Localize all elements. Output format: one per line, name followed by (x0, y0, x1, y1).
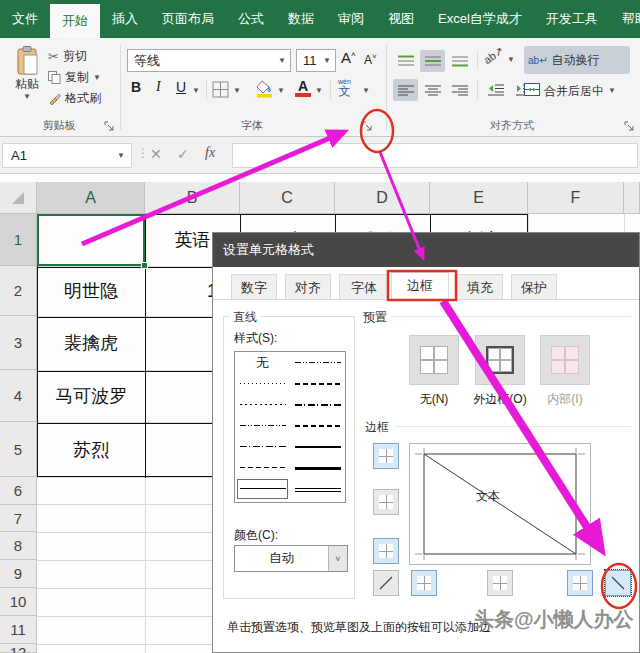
font-color-button[interactable]: A (295, 79, 311, 97)
align-right-button[interactable] (447, 79, 472, 101)
row-header-10[interactable]: 10 (0, 588, 37, 616)
cell-A3[interactable]: 裴擒虎 (37, 316, 145, 370)
underline-dropdown[interactable]: ▼ (192, 87, 200, 95)
row-header-4[interactable]: 4 (0, 370, 37, 422)
chevron-down-icon[interactable]: ˅ (328, 546, 347, 571)
format-painter-button[interactable]: 格式刷 (48, 90, 101, 107)
line-style-item-selected[interactable] (237, 479, 288, 499)
tab-data[interactable]: 数据 (276, 0, 326, 38)
row-header-7[interactable]: 7 (0, 505, 37, 532)
col-header-F[interactable]: F (528, 182, 624, 214)
border-diagonal-up-button[interactable] (373, 570, 399, 596)
col-header-D[interactable]: D (335, 182, 430, 214)
border-diagonal-down-button[interactable] (605, 570, 631, 596)
row-header-6[interactable]: 6 (0, 477, 37, 505)
alignment-dialog-launcher[interactable] (624, 118, 636, 130)
row-header-5[interactable]: 5 (0, 422, 37, 477)
orientation-dropdown[interactable]: ▼ (507, 56, 515, 64)
line-style-item[interactable] (290, 457, 345, 478)
tab-developer[interactable]: 开发工具 (534, 0, 610, 38)
row-header-3[interactable]: 3 (0, 316, 37, 370)
underline-button[interactable]: U (176, 79, 186, 95)
align-middle-button[interactable] (420, 50, 445, 72)
row-header-2[interactable]: 2 (0, 266, 37, 316)
formula-bar-handle[interactable]: ⋮ (137, 146, 149, 160)
cell-A2[interactable]: 明世隐 (37, 266, 145, 316)
border-bottom-button[interactable] (373, 538, 399, 564)
dialog-tab-font[interactable]: 字体 (339, 274, 389, 300)
line-style-item[interactable] (290, 415, 345, 436)
align-left-button[interactable] (393, 79, 418, 101)
selected-cell-A1[interactable] (37, 214, 145, 266)
cell-A4[interactable]: 马可波罗 (37, 370, 145, 422)
wrap-text-button[interactable]: ab↵ 自动换行 (524, 46, 630, 74)
dialog-tab-number[interactable]: 数字 (231, 274, 277, 300)
tab-page-layout[interactable]: 页面布局 (150, 0, 226, 38)
line-style-item[interactable] (290, 394, 345, 415)
border-dropdown[interactable]: ▼ (233, 87, 241, 95)
select-all-button[interactable] (0, 182, 37, 214)
row-header-8[interactable]: 8 (0, 532, 37, 560)
copy-button[interactable]: 复制 ▼ (48, 69, 101, 86)
line-style-none[interactable]: 无 (235, 352, 290, 373)
fill-color-button[interactable] (256, 79, 274, 102)
border-right-button[interactable] (567, 570, 593, 596)
font-dialog-launcher[interactable] (362, 118, 374, 130)
font-size-combo[interactable]: 11▼ (296, 49, 336, 72)
line-style-item[interactable] (235, 436, 290, 457)
font-name-combo[interactable]: 等线▼ (127, 49, 291, 72)
line-style-item[interactable] (235, 415, 290, 436)
grow-font-button[interactable]: A˄ (341, 49, 356, 66)
dialog-tab-fill[interactable]: 填充 (457, 274, 503, 300)
tab-formulas[interactable]: 公式 (226, 0, 276, 38)
shrink-font-button[interactable]: A˅ (364, 52, 377, 67)
cut-button[interactable]: ✂ 剪切 (48, 48, 87, 65)
col-header-partial[interactable] (624, 182, 640, 214)
paste-button[interactable]: 粘贴 ▼ (8, 46, 46, 112)
formula-input[interactable] (232, 143, 638, 168)
line-style-item[interactable] (235, 394, 290, 415)
italic-button[interactable]: I (156, 79, 161, 95)
orientation-button[interactable]: ab↗ (481, 44, 506, 67)
tab-insert[interactable]: 插入 (100, 0, 150, 38)
merge-center-button[interactable]: 合并后居中 ▼ (524, 79, 640, 103)
fill-color-dropdown[interactable]: ▼ (277, 87, 285, 95)
row-header-1[interactable]: 1 (0, 214, 37, 266)
line-style-item[interactable] (290, 352, 345, 373)
tab-self-study[interactable]: Excel自学成才 (426, 0, 534, 38)
dialog-tab-protection[interactable]: 保护 (511, 274, 557, 300)
line-style-item[interactable] (235, 457, 290, 478)
color-combo[interactable]: 自动 ˅ (234, 545, 348, 572)
tab-view[interactable]: 视图 (376, 0, 426, 38)
phonetic-dropdown[interactable]: ▼ (362, 87, 370, 95)
tab-home[interactable]: 开始 (50, 4, 100, 38)
line-style-item[interactable] (290, 436, 345, 457)
preset-inside-button[interactable] (540, 335, 590, 385)
phonetic-button[interactable]: wén 文 (338, 79, 351, 98)
name-box[interactable]: A1 ▼ (2, 143, 132, 168)
row-header-9[interactable]: 9 (0, 560, 37, 588)
decrease-indent-button[interactable] (483, 79, 508, 101)
line-style-item[interactable] (290, 373, 345, 394)
align-top-button[interactable] (393, 50, 418, 72)
row-header-12[interactable]: 12 (0, 644, 37, 653)
dialog-tab-border[interactable]: 边框 (391, 272, 449, 301)
col-header-A[interactable]: A (37, 182, 145, 214)
clipboard-dialog-launcher[interactable] (104, 118, 116, 130)
fx-icon[interactable]: fx (205, 145, 215, 161)
fill-handle[interactable] (141, 262, 148, 269)
align-center-button[interactable] (420, 79, 445, 101)
cancel-icon[interactable]: ✕ (150, 146, 162, 162)
dialog-tab-alignment[interactable]: 对齐 (285, 274, 331, 300)
align-bottom-button[interactable] (447, 50, 472, 72)
cell-A5[interactable]: 苏烈 (37, 422, 145, 477)
enter-icon[interactable]: ✓ (177, 146, 189, 162)
tab-help[interactable]: 帮助 (610, 0, 640, 38)
font-color-dropdown[interactable]: ▼ (315, 87, 323, 95)
border-top-button[interactable] (373, 443, 399, 469)
col-header-E[interactable]: E (430, 182, 528, 214)
preset-outline-button[interactable] (475, 335, 525, 385)
tab-file[interactable]: 文件 (0, 0, 50, 38)
border-middle-v-button[interactable] (487, 570, 513, 596)
row-header-11[interactable]: 11 (0, 616, 37, 644)
